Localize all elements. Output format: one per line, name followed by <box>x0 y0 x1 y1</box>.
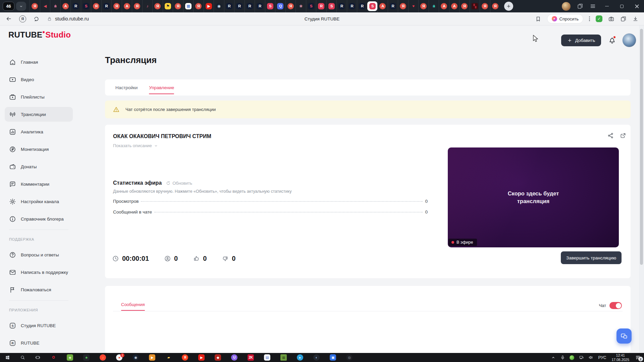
taskbar-app-opera[interactable]: O <box>45 353 62 362</box>
sidebar-item-home[interactable]: Главная <box>5 55 73 69</box>
tab-favicon-q-app[interactable]: Q <box>275 0 285 12</box>
extension-vpn-icon[interactable]: ✓ <box>596 15 602 22</box>
sidebar-item-channel-settings[interactable]: Настройки канала <box>5 194 73 209</box>
tray-status-app[interactable] <box>567 353 577 362</box>
taskbar-app-yandex-browser[interactable]: ● 2 <box>111 353 127 362</box>
taskbar-app-ubisoft[interactable]: U <box>226 353 243 362</box>
sidebar-item-analytics[interactable]: Аналитика <box>5 124 73 139</box>
scrollbar-thumb[interactable] <box>640 29 643 265</box>
tab-favicon-rutube[interactable]: R <box>347 0 357 12</box>
tab-favicon-images[interactable]: ⚑ <box>163 0 173 12</box>
url-field[interactable]: studio.rutube.ru <box>47 16 89 22</box>
add-button[interactable]: Добавить <box>561 35 601 46</box>
action-center-button[interactable]: 2 <box>632 353 644 362</box>
start-button[interactable] <box>0 353 15 362</box>
tab-favicon-heart[interactable]: ♥ <box>408 0 419 12</box>
task-view-button[interactable] <box>30 353 45 362</box>
floating-widget-button[interactable] <box>616 328 632 344</box>
tab-favicon-rutube[interactable]: R <box>357 0 367 12</box>
taskbar-app-shield[interactable]: ◆ <box>210 353 226 362</box>
taskbar-search-button[interactable] <box>15 353 30 362</box>
tab-favicon-yandex[interactable]: Я <box>132 0 142 12</box>
tab-favicon-studio-red[interactable]: S <box>326 0 337 12</box>
tab-favicon-youtube[interactable]: ▶ <box>204 0 214 12</box>
tab-messages[interactable]: Сообщения <box>121 302 145 307</box>
tab-favicon-yandex[interactable]: Я <box>173 0 183 12</box>
tab-favicon-alice[interactable]: A <box>122 0 132 12</box>
screenshot-icon[interactable] <box>608 16 614 22</box>
notifications-bell-button[interactable] <box>608 36 616 45</box>
tab-favicon-rutube[interactable]: R <box>245 0 255 12</box>
tab-favicon-rutube[interactable]: R <box>101 0 112 12</box>
tab-favicon-studio-navy[interactable]: S <box>81 0 91 12</box>
external-link-icon[interactable] <box>620 132 627 139</box>
tab-favicon-yandex[interactable]: Я <box>30 0 40 12</box>
sidebar-item-donations[interactable]: Донаты <box>5 159 73 174</box>
sidebar-item-report[interactable]: Пожаловаться <box>5 282 73 297</box>
window-close-button[interactable] <box>633 2 641 11</box>
language-indicator[interactable]: РУС <box>598 355 606 360</box>
reload-icon[interactable] <box>33 16 40 22</box>
window-maximize-button[interactable] <box>618 2 626 11</box>
tab-favicon-alice[interactable]: A <box>60 0 71 12</box>
sidebar-item-playlists[interactable]: Плейлисты <box>5 89 73 104</box>
sidebar-item-video[interactable]: Видео <box>5 72 73 87</box>
sidebar-item-rutube-app[interactable]: RUTUBE <box>5 336 73 350</box>
taskbar-app-potplayer[interactable]: ▶ <box>144 353 160 362</box>
tab-favicon-rutube[interactable]: R <box>70 0 81 12</box>
tab-favicon-brain[interactable]: ❀ <box>296 0 306 12</box>
taskbar-app-yandex[interactable]: Я <box>177 353 193 362</box>
sidebar-item-comments[interactable]: Комментарии <box>5 177 73 191</box>
tab-favicon-rutube[interactable]: R <box>255 0 265 12</box>
tab-control[interactable]: Управление <box>149 79 174 96</box>
tab-favicon-studio-navy[interactable]: S <box>306 0 316 12</box>
taskbar-app-2k[interactable]: 2K <box>243 353 259 362</box>
tab-favicon-yandex[interactable]: Я <box>152 0 163 12</box>
taskbar-app-steam[interactable]: ◉ <box>127 353 144 362</box>
refresh-stats-button[interactable]: Обновить <box>166 181 192 186</box>
sidebar-item-faq[interactable]: Вопросы и ответы <box>5 247 73 262</box>
tab-favicon-yandex[interactable]: Я <box>480 0 490 12</box>
browser-profile-avatar[interactable] <box>562 2 571 11</box>
tab-favicon-studio-red[interactable]: S <box>265 0 275 12</box>
new-tab-button[interactable] <box>504 2 513 11</box>
taskbar-clock[interactable]: 12:41 17.08.2025 <box>611 353 629 362</box>
downloads-icon[interactable] <box>632 16 639 22</box>
page-scrollbar[interactable] <box>639 25 644 353</box>
tab-favicon-yandex[interactable]: Я <box>111 0 122 12</box>
end-broadcast-button[interactable]: Завершить трансляцию <box>561 251 622 264</box>
collections-icon[interactable] <box>620 16 627 22</box>
sidebar-item-broadcasts[interactable]: Трансляции <box>5 107 73 122</box>
taskbar-app-disc[interactable]: ◎ <box>341 353 358 362</box>
tab-favicon-rutube-red[interactable]: R <box>316 0 326 12</box>
tab-favicon-yandex[interactable]: Я <box>285 0 296 12</box>
sidebar-item-contact-support[interactable]: Написать в поддержку <box>5 265 73 280</box>
tab-favicon-audio-bars[interactable]: ılı <box>50 0 60 12</box>
tab-favicon-yandex[interactable]: Я <box>398 0 408 12</box>
side-panels-icon[interactable] <box>577 3 583 9</box>
share-icon[interactable] <box>607 132 614 139</box>
tab-favicon-music[interactable]: ♪ <box>142 0 153 12</box>
tab-favicon-steam[interactable]: ◉ <box>214 0 224 12</box>
taskbar-app-blue-folder[interactable]: ▣ <box>325 353 341 362</box>
sidebar-item-studio-app[interactable]: Студия RUTUBE <box>5 318 73 333</box>
ask-ai-button[interactable]: ✦ Спросить <box>547 14 583 23</box>
rutube-studio-logo[interactable]: RUTUBEStudio <box>8 30 71 40</box>
sidebar-item-monetization[interactable]: Монетизация <box>5 142 73 157</box>
tab-list-chevron-button[interactable] <box>16 2 26 11</box>
taskbar-app-yandex-music[interactable]: ♪ <box>95 353 111 362</box>
back-icon[interactable] <box>5 15 12 22</box>
stream-preview-player[interactable]: Скоро здесь будеттрансляция В эфире <box>448 147 619 247</box>
tray-microphone[interactable] <box>558 353 567 362</box>
taskbar-app-telegram[interactable]: ▸ <box>292 353 308 362</box>
taskbar-app-leaf[interactable]: ♣ <box>78 353 95 362</box>
tab-favicon-yandex[interactable]: Я <box>459 0 470 12</box>
tab-favicon-rutube[interactable]: R <box>224 0 234 12</box>
tray-expand-button[interactable] <box>548 353 558 362</box>
tab-favicon-yandex[interactable]: Я <box>418 0 429 12</box>
tab-favicon-sound[interactable]: ◀ <box>40 0 50 12</box>
more-options-icon[interactable] <box>589 16 590 21</box>
tab-favicon-alice[interactable]: A <box>439 0 449 12</box>
tab-favicon-alice[interactable]: A <box>449 0 460 12</box>
taskbar-app-minecraft[interactable]: ▦ <box>275 353 292 362</box>
